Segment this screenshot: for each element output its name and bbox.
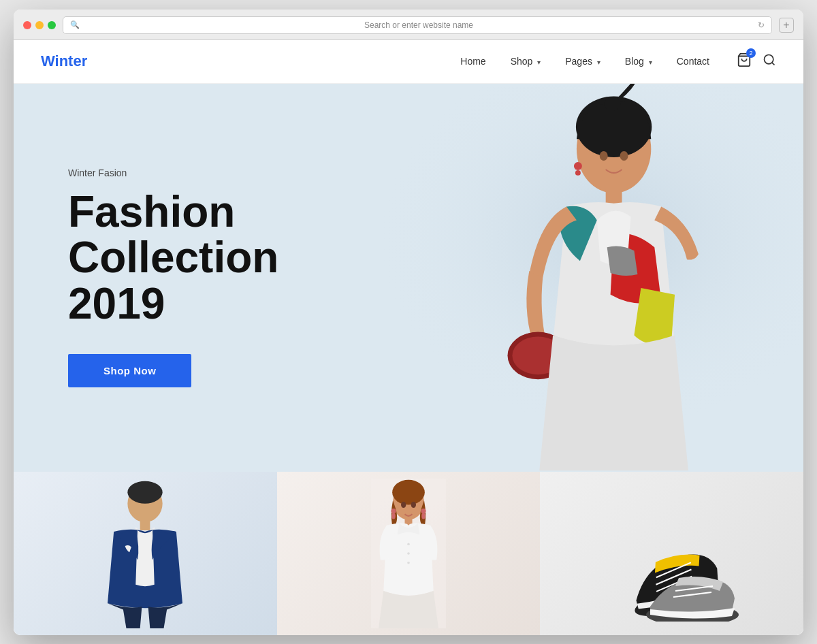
browser-chrome: 🔍 Search or enter website name ↻ + [14,10,803,40]
nav-actions: 2 [737,52,776,70]
chevron-down-icon: ▾ [537,59,541,66]
svg-point-25 [407,543,410,545]
shop-now-button[interactable]: Shop Now [68,354,191,387]
nav-link-home[interactable]: Home [460,56,485,67]
svg-point-19 [392,479,425,504]
nav-link-contact[interactable]: Contact [677,56,709,67]
hero-title: Fashion Collection 2019 [68,189,368,327]
svg-point-23 [421,513,426,519]
svg-point-1 [765,55,773,64]
product-card-shoes[interactable] [540,472,803,635]
new-tab-button[interactable]: + [779,18,794,33]
women-card-inner [277,472,541,635]
women-figure [368,479,449,628]
svg-point-26 [407,552,410,555]
chevron-down-icon: ▾ [649,59,652,66]
svg-point-27 [407,561,410,564]
cart-badge: 2 [746,48,756,58]
hero-subtitle: Winter Fasion [68,167,368,178]
men-card-inner [14,472,277,635]
nav-item-blog[interactable]: Blog ▾ [625,55,652,67]
nav-link-shop[interactable]: Shop ▾ [511,56,541,67]
svg-rect-16 [140,521,150,530]
address-bar[interactable]: 🔍 Search or enter website name ↻ [63,16,772,34]
search-button[interactable] [763,53,776,69]
svg-point-15 [128,481,163,503]
website-content: Winter Home Shop ▾ Pages ▾ [14,40,803,635]
search-icon [763,53,776,67]
svg-point-12 [574,161,582,170]
site-logo[interactable]: Winter [41,52,87,70]
product-card-men[interactable] [14,472,277,635]
hero-content: Winter Fasion Fashion Collection 2019 Sh… [14,113,422,442]
nav-link-blog[interactable]: Blog ▾ [625,56,652,67]
svg-line-2 [772,63,775,65]
svg-point-29 [411,501,416,507]
shoes-figure [604,485,740,622]
nav-links: Home Shop ▾ Pages ▾ [460,55,709,67]
browser-window: 🔍 Search or enter website name ↻ + Winte… [14,10,803,635]
svg-point-28 [401,501,406,507]
navigation: Winter Home Shop ▾ Pages ▾ [14,40,803,84]
nav-item-shop[interactable]: Shop ▾ [511,55,541,67]
minimize-button[interactable] [35,21,44,29]
men-figure [91,479,199,628]
shoes-card-inner [540,472,803,635]
close-button[interactable] [23,21,31,29]
nav-link-pages[interactable]: Pages ▾ [565,56,600,67]
product-card-women[interactable] [277,472,541,635]
svg-point-11 [620,151,628,161]
svg-point-6 [605,97,621,110]
svg-point-21 [391,513,396,519]
svg-point-13 [575,170,581,175]
chevron-down-icon: ▾ [597,59,600,66]
refresh-icon[interactable]: ↻ [758,20,765,30]
product-strip [14,472,803,635]
hero-section: Winter Fasion Fashion Collection 2019 Sh… [14,84,803,472]
search-icon: 🔍 [70,20,80,29]
svg-point-10 [600,151,608,161]
nav-item-pages[interactable]: Pages ▾ [565,55,600,67]
maximize-button[interactable] [48,21,56,29]
svg-point-20 [391,509,396,513]
cart-button[interactable]: 2 [737,52,752,70]
browser-traffic-lights [23,21,56,29]
nav-item-contact[interactable]: Contact [677,55,709,67]
nav-item-home[interactable]: Home [460,55,485,67]
address-text: Search or enter website name [84,20,754,30]
svg-point-22 [421,509,426,513]
